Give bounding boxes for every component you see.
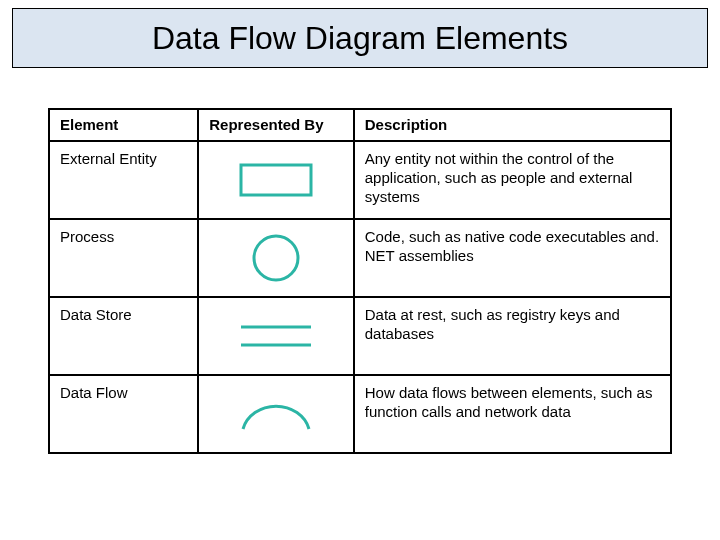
symbol-cell (198, 141, 354, 219)
svg-point-1 (254, 236, 298, 280)
element-name: Data Flow (49, 375, 198, 453)
symbol-cell (198, 219, 354, 297)
elements-table: Element Represented By Description Exter… (48, 108, 672, 454)
table-row: Data Store Data at rest, such as registr… (49, 297, 671, 375)
parallel-lines-icon (231, 313, 321, 359)
element-name: Data Store (49, 297, 198, 375)
col-header-represented: Represented By (198, 109, 354, 141)
title-bar: Data Flow Diagram Elements (12, 8, 708, 68)
circle-icon (246, 228, 306, 288)
rectangle-icon (231, 157, 321, 203)
element-name: Process (49, 219, 198, 297)
element-name: External Entity (49, 141, 198, 219)
arc-icon (231, 389, 321, 439)
table-row: External Entity Any entity not within th… (49, 141, 671, 219)
table-row: Process Code, such as native code execut… (49, 219, 671, 297)
element-description: Any entity not within the control of the… (354, 141, 671, 219)
table-row: Data Flow How data flows between element… (49, 375, 671, 453)
table-container: Element Represented By Description Exter… (48, 108, 672, 454)
slide-title: Data Flow Diagram Elements (152, 20, 568, 57)
element-description: Data at rest, such as registry keys and … (354, 297, 671, 375)
symbol-cell (198, 375, 354, 453)
col-header-element: Element (49, 109, 198, 141)
svg-rect-0 (241, 165, 311, 195)
slide: Data Flow Diagram Elements Element Repre… (0, 8, 720, 540)
col-header-description: Description (354, 109, 671, 141)
table-header-row: Element Represented By Description (49, 109, 671, 141)
element-description: How data flows between elements, such as… (354, 375, 671, 453)
element-description: Code, such as native code executables an… (354, 219, 671, 297)
symbol-cell (198, 297, 354, 375)
